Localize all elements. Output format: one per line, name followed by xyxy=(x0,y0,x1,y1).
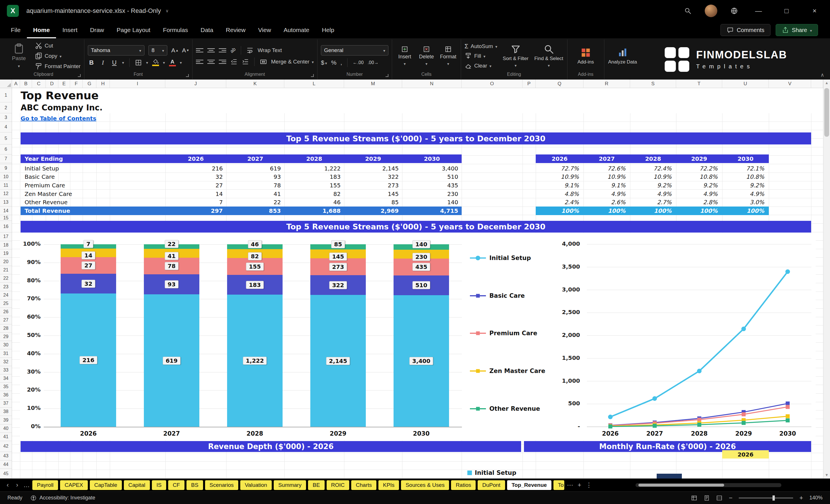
column-header-t[interactable]: T xyxy=(676,80,722,88)
presence-globe-icon[interactable] xyxy=(731,7,738,14)
zoom-out-button[interactable]: − xyxy=(729,494,732,502)
align-center-icon[interactable] xyxy=(208,60,215,64)
row-header-2[interactable]: 2 xyxy=(0,102,12,113)
column-header-r[interactable]: R xyxy=(583,80,630,88)
italic-button[interactable]: I xyxy=(99,59,107,66)
table-cell-value[interactable]: 3,400 xyxy=(402,164,461,173)
sheet-tab-charts[interactable]: Charts xyxy=(351,480,376,490)
row-header-4[interactable]: 4 xyxy=(0,122,12,132)
row-header-9[interactable]: 9 xyxy=(0,164,12,173)
table-cell-pct[interactable]: 2029 xyxy=(676,154,722,163)
sheet-tab-ratios[interactable]: Ratios xyxy=(451,480,476,490)
row-header-37[interactable]: 37 xyxy=(0,399,12,408)
minimize-button[interactable]: — xyxy=(751,7,766,15)
delete-cells-button[interactable]: Delete xyxy=(417,45,436,67)
row-header-17[interactable]: 17 xyxy=(0,232,12,241)
row-header-26[interactable]: 26 xyxy=(0,308,12,316)
align-left-icon[interactable] xyxy=(196,60,203,64)
column-header-f[interactable]: F xyxy=(70,80,83,88)
menu-item-data[interactable]: Data xyxy=(194,22,219,38)
row-header-22[interactable]: 22 xyxy=(0,274,12,283)
merge-center-button[interactable]: Merge & Center xyxy=(271,58,314,66)
menu-item-review[interactable]: Review xyxy=(220,22,252,38)
table-cell-pct[interactable]: 100% xyxy=(583,207,630,215)
table-cell-value[interactable]: 2027 xyxy=(226,154,284,163)
row-header-21[interactable]: 21 xyxy=(0,266,12,274)
sheet-tab-valuation[interactable]: Valuation xyxy=(240,480,272,490)
column-header-b[interactable]: B xyxy=(20,80,32,88)
find-select-button[interactable]: Find & Select xyxy=(534,44,564,68)
row-header-29[interactable]: 29 xyxy=(0,333,12,341)
align-middle-icon[interactable] xyxy=(208,48,215,52)
row-header-7[interactable]: 7 xyxy=(0,154,12,163)
column-header-j[interactable]: J xyxy=(165,80,226,88)
table-cell-pct[interactable]: 2.4% xyxy=(536,198,583,207)
percent-format-button[interactable]: % xyxy=(331,59,337,66)
row-header-32[interactable]: 32 xyxy=(0,358,12,366)
row-header-40[interactable]: 40 xyxy=(0,424,12,433)
sheet-tab-to[interactable]: To xyxy=(553,480,564,490)
tab-nav-right-icon[interactable]: › xyxy=(13,481,21,489)
row-header-45[interactable]: 45 xyxy=(0,469,12,478)
decrease-indent-icon[interactable] xyxy=(230,58,238,65)
row-header-11[interactable]: 11 xyxy=(0,181,12,190)
row-header-25[interactable]: 25 xyxy=(0,300,12,308)
table-cell-value[interactable]: 140 xyxy=(402,198,461,207)
table-cell-pct[interactable]: 72.1% xyxy=(722,164,769,173)
row-header-3[interactable]: 3 xyxy=(0,113,12,122)
tab-nav-left-icon[interactable]: ‹ xyxy=(4,481,11,489)
sheet-tab-captable[interactable]: CapTable xyxy=(90,480,122,490)
horizontal-scrollbar-thumb[interactable] xyxy=(638,484,724,486)
table-cell-pct[interactable]: 10.8% xyxy=(676,172,722,181)
table-cell-value[interactable]: 4,715 xyxy=(402,207,461,215)
dialog-launcher-icon[interactable] xyxy=(78,74,81,77)
autosum-button[interactable]: ΣAutoSum xyxy=(465,42,498,50)
column-header-a[interactable]: A xyxy=(12,80,20,88)
column-header-c[interactable]: C xyxy=(32,80,46,88)
borders-dropdown-icon[interactable] xyxy=(146,60,148,65)
table-cell-value[interactable]: 216 xyxy=(165,164,226,173)
table-cell-pct[interactable]: 100% xyxy=(536,207,583,215)
underline-button[interactable]: U xyxy=(111,59,118,66)
row-header-10[interactable]: 10 xyxy=(0,173,12,181)
row-header-23[interactable]: 23 xyxy=(0,283,12,291)
font-color-dropdown-icon[interactable] xyxy=(180,60,182,65)
legend-item-other-revenue[interactable]: Other Revenue xyxy=(470,405,540,412)
row-header-27[interactable]: 27 xyxy=(0,316,12,324)
scroll-up-icon[interactable]: ▲ xyxy=(823,80,830,86)
column-header-h[interactable]: H xyxy=(96,80,110,88)
increase-decimal-button[interactable]: ←.00 xyxy=(353,60,363,65)
analyze-data-button[interactable]: Analyze Data xyxy=(608,47,638,65)
column-header-q[interactable]: Q xyxy=(536,80,583,88)
comments-button[interactable]: Comments xyxy=(721,24,770,36)
currency-format-button[interactable]: $ xyxy=(321,59,327,66)
table-row-label[interactable]: Initial Setup xyxy=(21,164,165,173)
decrease-font-button[interactable]: A▾ xyxy=(182,47,189,54)
column-header-n[interactable]: N xyxy=(402,80,461,88)
vertical-scrollbar[interactable]: ▲ ▼ xyxy=(823,80,830,478)
table-cell-value[interactable]: 2030 xyxy=(402,154,461,163)
align-bottom-icon[interactable] xyxy=(219,48,226,52)
row-header-36[interactable]: 36 xyxy=(0,391,12,399)
increase-font-button[interactable]: A▴ xyxy=(171,47,178,54)
sheet-tab-is[interactable]: IS xyxy=(152,480,166,490)
column-header-s[interactable]: S xyxy=(630,80,676,88)
sheet-tab-payroll[interactable]: Payroll xyxy=(32,480,58,490)
sheet-tab-capital[interactable]: Capital xyxy=(124,480,150,490)
table-cell-value[interactable]: 297 xyxy=(165,207,226,215)
row-header-44[interactable]: 44 xyxy=(0,461,12,469)
column-header-d[interactable]: D xyxy=(46,80,58,88)
table-row-label[interactable]: Other Revenue xyxy=(21,198,165,207)
table-cell-value[interactable]: 93 xyxy=(226,172,284,181)
table-cell-pct[interactable]: 2030 xyxy=(722,154,769,163)
row-header-14[interactable]: 14 xyxy=(0,207,12,215)
table-cell-pct[interactable]: 2028 xyxy=(630,154,676,163)
zoom-slider-thumb[interactable] xyxy=(772,496,775,501)
legend-item-premium-care[interactable]: Premium Care xyxy=(470,330,537,337)
table-cell-value[interactable]: 230 xyxy=(402,190,461,198)
row-header-39[interactable]: 39 xyxy=(0,416,12,424)
column-header-v[interactable]: V xyxy=(769,80,811,88)
table-cell-pct[interactable]: 2.6% xyxy=(583,198,630,207)
table-cell-pct[interactable]: 10.9% xyxy=(630,172,676,181)
table-row-label[interactable]: Zen Master Care xyxy=(21,190,165,198)
